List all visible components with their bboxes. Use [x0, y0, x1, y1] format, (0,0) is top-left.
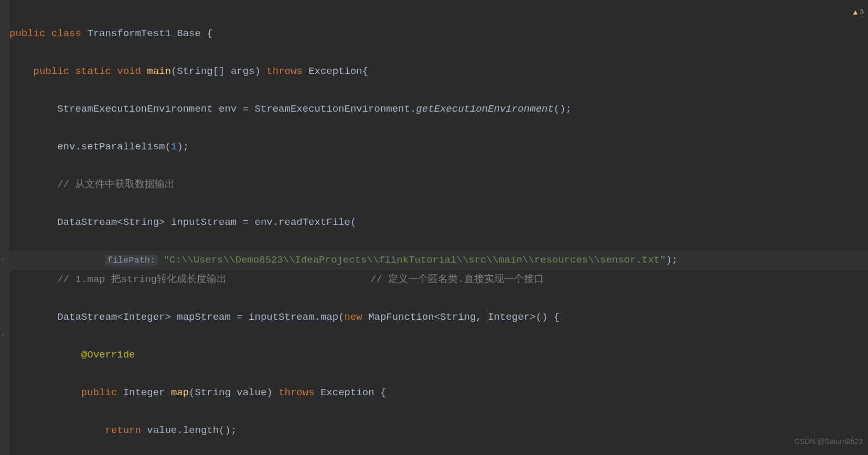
code-line: public Integer map(String value) throws … [9, 383, 868, 402]
code-line: // 从文件中获取数据输出 [9, 175, 868, 194]
code-line: public class TransformTest1_Base { [9, 24, 868, 43]
gutter-fold-icon[interactable]: ⌃ [1, 327, 5, 346]
code-line: env.setParallelism(1); [9, 137, 868, 156]
code-line: public static void main(String[] args) t… [9, 62, 868, 81]
code-line: // 1.map 把string转化成长度输出 // 定义一个匿名类.直接实现一… [9, 270, 868, 289]
code-line: StreamExecutionEnvironment env = StreamE… [9, 100, 868, 118]
editor-gutter: ⌃ ⌃ [0, 0, 9, 455]
warnings-indicator[interactable]: ▲ 3 [853, 3, 864, 22]
watermark: CSDN @Saturn8523 [795, 432, 863, 451]
code-line: return value.length(); [9, 421, 868, 440]
gutter-fold-icon[interactable]: ⌃ [1, 252, 5, 270]
warning-icon: ▲ [853, 3, 858, 22]
code-line: DataStream<String> inputStream = env.rea… [9, 213, 868, 232]
code-line: @Override [9, 345, 868, 364]
code-line: DataStream<Integer> mapStream = inputStr… [9, 308, 868, 327]
param-hint: filePath: [105, 255, 157, 266]
code-editor[interactable]: public class TransformTest1_Base { publi… [9, 5, 868, 455]
code-line: filePath: "C:\\Users\\Demo8523\\IdeaProj… [9, 251, 868, 270]
